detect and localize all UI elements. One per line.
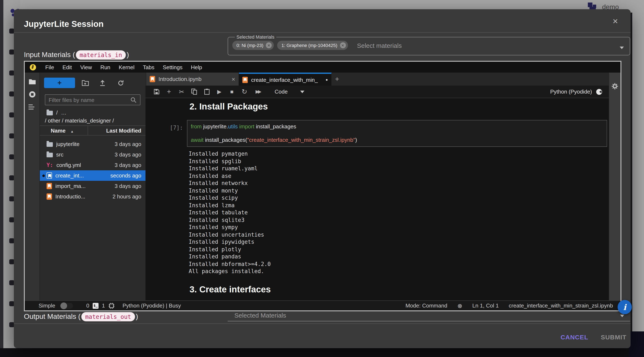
markdown-heading-2: 2. Install Packages	[190, 102, 268, 112]
cursor-position[interactable]: Ln 1, Col 1	[472, 302, 499, 309]
mode-indicator: Mode: Command	[406, 302, 447, 309]
material-chip[interactable]: 1: Graphene (mp-1040425) ×	[277, 41, 348, 50]
insert-cell-icon[interactable]: +	[166, 88, 172, 96]
app-rail-icon	[9, 50, 14, 55]
code-line: from jupyterlite.utils import install_pa…	[191, 123, 603, 130]
app-rail-icon	[9, 196, 14, 201]
new-folder-icon[interactable]	[82, 80, 89, 86]
menu-kernel[interactable]: Kernel	[114, 64, 138, 70]
file-row[interactable]: src 3 days ago	[40, 149, 146, 160]
file-row[interactable]: import_ma... 3 days ago	[40, 181, 146, 191]
kernel-name[interactable]: Python (Pyodide)	[550, 89, 592, 95]
jupyterlite-session-dialog: JupyterLite Session × Input Materials ( …	[14, 9, 630, 348]
tab-introduction[interactable]: Introduction.ipynb ×	[146, 73, 239, 86]
cell-output: Installed pymatgen Installed spglib Inst…	[189, 150, 271, 275]
simple-mode-toggle[interactable]	[60, 303, 73, 308]
file-row[interactable]: Y: config.yml 3 days ago	[40, 160, 146, 170]
code-cell[interactable]: from jupyterlite.utils import install_pa…	[187, 120, 607, 147]
app-rail-icon	[9, 175, 14, 180]
file-row-selected[interactable]: create_int... seconds ago	[40, 170, 146, 181]
app-rail-icon	[9, 217, 14, 222]
kernel-count[interactable]: 1	[102, 302, 105, 309]
notebook-toolbar: + ✂ ▶ ■ ↻ ▶▶ Code	[146, 86, 609, 98]
submit-button[interactable]: SUBMIT	[598, 333, 629, 341]
chevron-down-icon[interactable]	[620, 314, 624, 317]
terminal-icon: $_	[93, 303, 98, 308]
column-name[interactable]: Name ▲	[40, 127, 88, 134]
file-browser-tab-icon[interactable]	[28, 79, 36, 85]
paste-cells-icon[interactable]	[203, 89, 210, 95]
menu-help[interactable]: Help	[186, 64, 206, 70]
tab-close-icon[interactable]: ×	[232, 76, 235, 83]
chevron-down-icon[interactable]	[620, 46, 624, 49]
home-folder-icon[interactable]	[46, 111, 53, 115]
info-icon: i	[623, 302, 626, 312]
refresh-icon[interactable]	[118, 80, 124, 86]
table-of-contents-tab-icon[interactable]	[28, 104, 36, 110]
menu-settings[interactable]: Settings	[158, 64, 186, 70]
tab-create-interface[interactable]: create_interface_with_min_ ●	[239, 73, 332, 86]
close-icon[interactable]: ×	[612, 17, 618, 26]
notebook-icon	[46, 183, 52, 189]
notebook-document[interactable]: 2. Install Packages [7]: from jupyterlit…	[146, 98, 609, 300]
menu-file[interactable]: File	[41, 64, 58, 70]
new-launcher-button[interactable]: +	[44, 78, 75, 88]
circled-x-icon: ⊗	[458, 302, 462, 309]
running-kernels-tab-icon[interactable]	[28, 91, 36, 98]
cell-execution-prompt: [7]:	[170, 125, 183, 131]
save-icon[interactable]	[153, 89, 160, 95]
selected-materials-legend: Selected Materials	[235, 35, 276, 40]
chip-delete-icon[interactable]: ×	[266, 42, 272, 48]
app-rail-icon	[9, 112, 14, 118]
search-icon	[130, 97, 137, 103]
run-cell-icon[interactable]: ▶	[216, 89, 223, 95]
terminal-count[interactable]: 0	[86, 302, 89, 309]
file-row[interactable]: Introductio... 2 hours ago	[40, 191, 146, 202]
cell-type-select[interactable]: Code	[274, 89, 288, 95]
file-row[interactable]: jupyterlite 3 days ago	[40, 139, 146, 149]
cancel-button[interactable]: CANCEL	[558, 333, 591, 341]
select-materials-placeholder: Select materials	[357, 42, 402, 49]
app-rail-icon	[9, 259, 14, 264]
filter-files-input[interactable]	[45, 97, 130, 103]
interrupt-kernel-icon[interactable]: ■	[228, 89, 235, 95]
kernel-busy-icon	[596, 89, 602, 95]
info-button[interactable]: i	[618, 300, 632, 314]
copy-cells-icon[interactable]	[191, 89, 198, 95]
upload-icon[interactable]	[99, 80, 106, 86]
notebook-icon	[150, 76, 155, 82]
dialog-title: JupyterLite Session	[24, 19, 104, 29]
jupyterlite-logo-icon	[30, 64, 36, 70]
material-chip[interactable]: 0: Ni (mp-23) ×	[232, 41, 274, 50]
menu-edit[interactable]: Edit	[58, 64, 76, 70]
running-kernel-dot	[42, 175, 45, 177]
app-rail-icon	[9, 154, 14, 159]
folder-icon	[46, 142, 53, 147]
input-materials-text: Input Materials (	[24, 51, 75, 59]
input-materials-select[interactable]: Selected Materials 0: Ni (mp-23) × 1: Gr…	[228, 35, 630, 55]
cut-cells-icon[interactable]: ✂	[178, 88, 185, 95]
app-rail-icon	[9, 29, 14, 34]
menu-tabs[interactable]: Tabs	[139, 64, 159, 70]
app-rail-icon	[9, 301, 14, 306]
property-inspector-gear-icon[interactable]	[611, 83, 618, 90]
app-bottom-area	[0, 348, 644, 357]
menu-view[interactable]: View	[76, 64, 96, 70]
breadcrumb-path[interactable]: / other / materials_designer /	[45, 118, 114, 124]
app-rail-icon	[9, 280, 14, 285]
menu-run[interactable]: Run	[96, 64, 115, 70]
jupyter-right-rail	[609, 73, 620, 300]
restart-kernel-icon[interactable]: ↻	[241, 88, 248, 96]
output-materials-select[interactable]: Selected Materials	[228, 310, 630, 321]
chevron-down-icon[interactable]	[300, 90, 304, 93]
new-tab-button[interactable]: +	[332, 73, 342, 86]
chip-delete-icon[interactable]: ×	[340, 42, 346, 48]
restart-run-all-icon[interactable]: ▶▶	[254, 89, 262, 94]
kernel-status-text[interactable]: Python (Pyodide) | Busy	[122, 302, 181, 309]
breadcrumb-root[interactable]: /	[56, 110, 58, 116]
app-bottom-corner	[629, 331, 644, 357]
column-last-modified[interactable]: Last Modified	[88, 126, 146, 135]
breadcrumb-ellipsis[interactable]: …	[61, 110, 66, 116]
folder-icon	[46, 153, 53, 157]
screen: demo JupyterLite Session × Input Materia…	[0, 0, 644, 357]
